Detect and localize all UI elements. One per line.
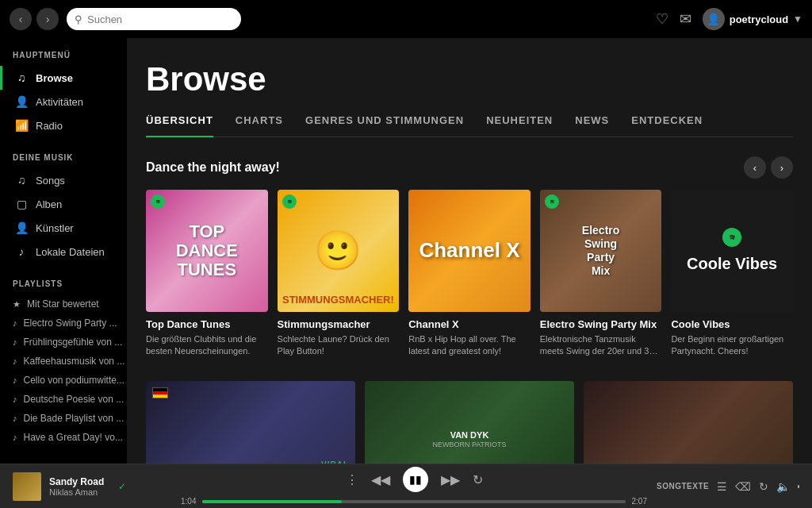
tab-neuheiten[interactable]: NEUHEITEN [486, 114, 553, 137]
playlists-section: PLAYLISTS ★ Mit Star bewertet ♪ Electro … [0, 279, 127, 447]
deine-musik-label: DEINE MUSIK [0, 153, 127, 168]
sidebar-item-browse-label: Browse [36, 72, 73, 84]
music-icon-7: ♪ [13, 433, 17, 442]
card-top-dance-tunes[interactable]: TOPDANCETUNES Top Dance Tunes Die größte… [146, 190, 268, 357]
bottom-card-1[interactable]: VIRAL 50 GERMANY [146, 381, 355, 464]
sidebar-item-songs[interactable]: ♫ Songs [0, 168, 127, 192]
alben-icon: ▢ [15, 198, 28, 210]
bottom-card-image-2: VAN DYK NEWBORN PATRIOTS [365, 381, 574, 464]
prev-button[interactable]: ◀◀ [371, 472, 390, 487]
card-electro-swing[interactable]: ElectroSwingPartyMix Electro Swing Party… [540, 190, 662, 357]
playlist-item-electro-swing[interactable]: ♪ Electro Swing Party ... [0, 314, 127, 333]
card-desc-2: Schlechte Laune? Drück den Play Button! [278, 333, 400, 358]
radio-icon: 📶 [15, 119, 28, 132]
card-bg-text-1: TOPDANCETUNES [176, 222, 238, 280]
playlist-item-starred[interactable]: ★ Mit Star bewertet [0, 294, 127, 314]
spotify-logo-5 [726, 232, 737, 243]
content-area: Browse ÜBERSICHT CHARTS GENRES UND STIMM… [127, 38, 812, 464]
sidebar-item-kuenstler[interactable]: 👤 Künstler [0, 216, 127, 240]
card-image-stimmungsmacher: 🙂 STIMMUNGSMACHER! [278, 190, 400, 312]
track-name: Sandy Road [49, 476, 104, 487]
bottom-card-image-3 [584, 381, 793, 464]
section1-title: Dance the night away! [146, 160, 280, 175]
bottom-card-image-1: VIRAL 50 GERMANY [146, 381, 355, 464]
volume-bar[interactable] [798, 485, 799, 488]
devices-icon[interactable]: ⌫ [735, 480, 751, 493]
spotify-badge-4 [545, 194, 559, 209]
playlist-item-deutsche-poesie[interactable]: ♪ Deutsche Poesie von ... [0, 390, 127, 409]
volume-icon[interactable]: 🔈 [776, 480, 790, 493]
stimmungsmacher-text: STIMMUNGSMACHER! [278, 294, 400, 306]
songs-icon: ♫ [15, 174, 28, 187]
card-image-top-dance: TOPDANCETUNES [146, 190, 268, 312]
notification-icon[interactable]: ✉ [680, 10, 691, 28]
tab-uebersicht[interactable]: ÜBERSICHT [146, 114, 213, 137]
checkmark-icon: ✓ [118, 481, 126, 492]
playlist-bade-label: Die Bade Playlist von ... [24, 413, 124, 424]
sidebar-item-alben[interactable]: ▢ Alben [0, 192, 127, 216]
playlist-fruehling-label: Frühlingsgefühle von ... [24, 337, 123, 348]
card-coole-vibes[interactable]: Coole Vibes Coole Vibes Der Beginn einer… [671, 190, 793, 357]
shuffle-button[interactable]: ⋮ [346, 472, 358, 487]
bottom-cards-row: VIRAL 50 GERMANY VAN DYK NEWBORN PATRIOT… [146, 381, 793, 464]
card-channel-x[interactable]: Channel X Channel X RnB x Hip Hop all ov… [408, 190, 530, 357]
player-buttons: ⋮ ◀◀ ▮▮ ▶▶ ↻ [346, 467, 483, 492]
section1-header: Dance the night away! ‹ › [146, 156, 793, 179]
sidebar-item-songs-label: Songs [36, 175, 65, 187]
user-menu[interactable]: 👤 poetrycloud ▼ [703, 8, 802, 30]
sidebar-item-aktivitaeten[interactable]: 👤 Aktivitäten [0, 90, 127, 114]
tabs: ÜBERSICHT CHARTS GENRES UND STIMMUNGEN N… [146, 114, 793, 137]
bottom-card-3[interactable] [584, 381, 793, 464]
spotify-badge-2 [282, 194, 297, 209]
sidebar-item-browse[interactable]: ♫ Browse [0, 66, 127, 90]
section-next-button[interactable]: › [771, 156, 793, 179]
playlist-item-great-day[interactable]: ♪ Have a Great Day! vo... [0, 428, 127, 447]
section-prev-button[interactable]: ‹ [744, 156, 766, 179]
sidebar-item-lokale-dateien[interactable]: ♪ Lokale Dateien [0, 240, 127, 264]
playlist-item-bade[interactable]: ♪ Die Bade Playlist von ... [0, 409, 127, 428]
search-input[interactable] [87, 13, 233, 25]
main-layout: HAUPTMENÜ ♫ Browse 👤 Aktivitäten 📶 Radio… [0, 38, 812, 464]
spotify-logo-2 [285, 198, 293, 206]
tab-charts[interactable]: CHARTS [236, 114, 283, 137]
card-desc-1: Die größten Clubhits und die besten Neue… [146, 333, 268, 358]
lokale-dateien-icon: ♪ [15, 245, 28, 258]
track-details: Sandy Road Niklas Aman [49, 476, 104, 497]
back-button[interactable]: ‹ [10, 8, 32, 30]
music-icon-4: ♪ [13, 375, 17, 385]
playlist-item-kaffeehaus[interactable]: ♪ Kaffeehausmusik von ... [0, 352, 127, 371]
songtexte-label: SONGTEXTE [657, 482, 709, 491]
repeat-button[interactable]: ↻ [473, 472, 483, 487]
queue-icon[interactable]: ☰ [717, 480, 727, 493]
bell-icon[interactable]: ♡ [656, 10, 668, 28]
sidebar-item-aktivitaeten-label: Aktivitäten [36, 96, 83, 108]
music-icon-6: ♪ [13, 414, 17, 423]
forward-button[interactable]: › [36, 8, 59, 30]
sidebar-item-radio[interactable]: 📶 Radio [0, 114, 127, 137]
playlist-item-cello[interactable]: ♪ Cello von podiumwitte... [0, 371, 127, 390]
spotify-badge-5 [722, 228, 741, 247]
search-bar[interactable]: ⚲ [67, 8, 241, 30]
card-desc-5: Der Beginn einer großartigen Partynacht.… [671, 333, 793, 358]
card-image-coole-vibes: Coole Vibes [671, 190, 793, 312]
repeat-icon[interactable]: ↻ [759, 480, 768, 493]
spotify-badge-1 [151, 194, 165, 209]
card-stimmungsmacher[interactable]: 🙂 STIMMUNGSMACHER! Stimmungsmacher Schle… [278, 190, 400, 357]
progress-bar[interactable] [202, 500, 625, 503]
playlist-item-fruehling[interactable]: ♪ Frühlingsgefühle von ... [0, 333, 127, 352]
user-name: poetrycloud [730, 13, 788, 25]
tab-genres[interactable]: GENRES UND STIMMUNGEN [305, 114, 464, 137]
next-button[interactable]: ▶▶ [441, 472, 460, 487]
bottom-card-2[interactable]: VAN DYK NEWBORN PATRIOTS [365, 381, 574, 464]
card-title-4: Electro Swing Party Mix [540, 318, 662, 330]
player-controls: ⋮ ◀◀ ▮▮ ▶▶ ↻ 1:04 2:07 [181, 467, 647, 506]
playlists-label: PLAYLISTS [0, 279, 127, 294]
tab-entdecken[interactable]: ENTDECKEN [631, 114, 703, 137]
section-nav-arrows: ‹ › [744, 156, 793, 179]
avatar: 👤 [703, 8, 725, 30]
time-current: 1:04 [181, 497, 196, 506]
card-title-2: Stimmungsmacher [278, 318, 400, 330]
pause-button[interactable]: ▮▮ [403, 467, 428, 492]
progress-fill [202, 500, 342, 503]
tab-news[interactable]: NEWS [575, 114, 609, 137]
